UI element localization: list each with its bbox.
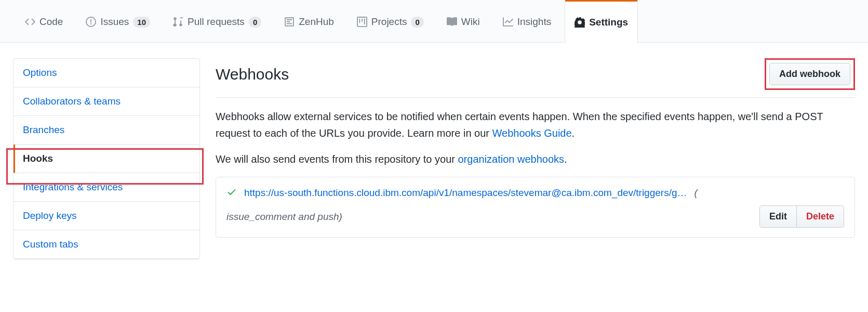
check-icon <box>226 187 237 199</box>
code-icon <box>25 17 35 27</box>
webhook-item: https://us-south.functions.cloud.ibm.com… <box>216 177 855 238</box>
tab-insights[interactable]: Insights <box>493 0 560 42</box>
sidebar-item-custom-tabs[interactable]: Custom tabs <box>14 230 199 259</box>
org-webhooks-description: We will also send events from this repos… <box>216 151 855 167</box>
issue-icon <box>86 17 96 27</box>
webhook-footer-row: issue_comment and push) Edit Delete <box>226 205 844 228</box>
repo-tabnav: Code Issues 10 Pull requests 0 ZenHub Pr… <box>0 0 868 43</box>
projects-counter: 0 <box>411 17 423 28</box>
annotation-highlight-add-webhook: Add webhook <box>765 58 855 90</box>
tab-projects-label: Projects <box>371 16 407 28</box>
zenhub-icon <box>284 17 295 27</box>
subhead: Webhooks Add webhook <box>216 58 855 98</box>
sidebar-item-branches[interactable]: Branches <box>14 116 199 145</box>
tab-issues-label: Issues <box>100 16 129 28</box>
gear-icon <box>575 17 585 28</box>
project-icon <box>357 17 367 27</box>
edit-webhook-button[interactable]: Edit <box>759 205 797 228</box>
tab-code-label: Code <box>39 16 63 28</box>
pulls-counter: 0 <box>249 17 261 28</box>
tab-zenhub[interactable]: ZenHub <box>275 0 343 42</box>
settings-layout: Options Collaborators & teams Branches H… <box>0 43 868 275</box>
sidebar-item-collaborators[interactable]: Collaborators & teams <box>14 87 199 116</box>
book-icon <box>447 17 457 27</box>
issues-counter: 10 <box>133 17 150 28</box>
tab-pulls-label: Pull requests <box>188 16 245 28</box>
webhook-events-meta: issue_comment and push) <box>226 211 342 223</box>
organization-webhooks-link[interactable]: organization webhooks <box>458 153 564 165</box>
sidebar-item-options[interactable]: Options <box>14 59 199 87</box>
tab-settings-label: Settings <box>589 17 628 28</box>
graph-icon <box>503 17 513 27</box>
sidebar-item-hooks[interactable]: Hooks <box>14 145 199 173</box>
webhooks-guide-link[interactable]: Webhooks Guide <box>492 127 572 139</box>
sidebar-item-deploy-keys[interactable]: Deploy keys <box>14 202 199 230</box>
tab-insights-label: Insights <box>517 16 551 28</box>
webhook-actions: Edit Delete <box>759 205 844 228</box>
settings-sidebar: Options Collaborators & teams Branches H… <box>13 58 200 259</box>
tab-zenhub-label: ZenHub <box>299 16 334 28</box>
tab-issues[interactable]: Issues 10 <box>76 0 159 42</box>
webhook-meta-open: ( <box>695 187 698 199</box>
main-content: Webhooks Add webhook Webhooks allow exte… <box>216 58 855 259</box>
page-title: Webhooks <box>216 66 289 83</box>
git-pull-request-icon <box>173 17 183 27</box>
sidebar-item-integrations[interactable]: Integrations & services <box>14 173 199 202</box>
add-webhook-button[interactable]: Add webhook <box>769 63 850 85</box>
tab-code[interactable]: Code <box>16 0 72 42</box>
tab-wiki-label: Wiki <box>461 16 480 28</box>
tab-projects[interactable]: Projects 0 <box>348 0 433 42</box>
tab-wiki[interactable]: Wiki <box>437 0 489 42</box>
tab-pulls[interactable]: Pull requests 0 <box>164 0 271 42</box>
tab-settings[interactable]: Settings <box>565 0 638 43</box>
webhook-header-row: https://us-south.functions.cloud.ibm.com… <box>226 187 844 199</box>
delete-webhook-button[interactable]: Delete <box>797 205 844 228</box>
webhooks-description: Webhooks allow external services to be n… <box>216 108 855 141</box>
webhook-url-link[interactable]: https://us-south.functions.cloud.ibm.com… <box>244 187 687 199</box>
